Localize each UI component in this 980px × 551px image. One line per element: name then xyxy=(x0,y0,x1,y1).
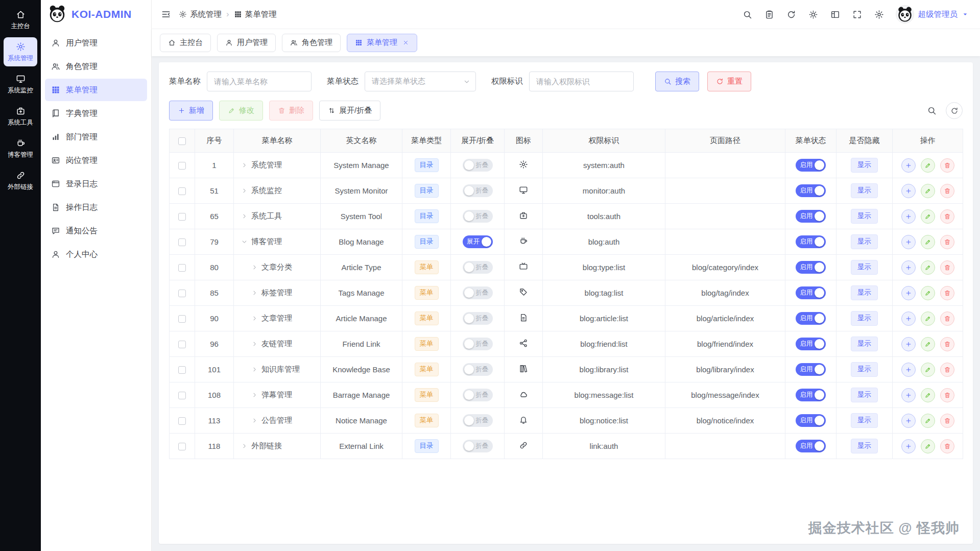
add-child-button[interactable] xyxy=(901,337,916,351)
user-menu[interactable]: 超级管理员 xyxy=(896,5,969,23)
status-toggle[interactable]: 启用 xyxy=(796,235,826,248)
sidebar-item-notices[interactable]: 通知公告 xyxy=(45,220,147,242)
sidebar-item-operation-log[interactable]: 操作日志 xyxy=(45,196,147,219)
delete-row-button[interactable] xyxy=(940,260,954,275)
status-toggle[interactable]: 启用 xyxy=(796,210,826,223)
edit-row-button[interactable] xyxy=(921,388,935,402)
visibility-button[interactable]: 显示 xyxy=(851,260,878,274)
add-child-button[interactable] xyxy=(901,312,916,326)
expand-row-control[interactable]: 系统管理 xyxy=(236,160,318,170)
expand-toggle[interactable]: 折叠 xyxy=(463,389,493,401)
delete-row-button[interactable] xyxy=(940,337,954,351)
row-checkbox[interactable] xyxy=(178,417,186,425)
edit-row-button[interactable] xyxy=(921,158,935,173)
status-toggle[interactable]: 启用 xyxy=(796,389,826,401)
edit-row-button[interactable] xyxy=(921,286,935,300)
edit-row-button[interactable] xyxy=(921,209,935,224)
expand-toggle[interactable]: 折叠 xyxy=(463,184,493,197)
layout-toggle-button[interactable] xyxy=(830,10,840,19)
delete-row-button[interactable] xyxy=(940,312,954,326)
expand-row-control[interactable]: 弹幕管理 xyxy=(236,390,318,400)
expand-collapse-button[interactable]: 展开/折叠 xyxy=(319,101,380,121)
tab-menus[interactable]: 菜单管理 xyxy=(347,34,417,52)
visibility-button[interactable]: 显示 xyxy=(851,439,878,453)
edit-button[interactable]: 修改 xyxy=(219,101,263,121)
tab-dashboard[interactable]: 主控台 xyxy=(160,34,211,52)
edit-row-button[interactable] xyxy=(921,439,935,453)
edit-row-button[interactable] xyxy=(921,260,935,275)
expand-row-control[interactable]: 文章分类 xyxy=(236,262,318,272)
edit-row-button[interactable] xyxy=(921,337,935,351)
visibility-button[interactable]: 显示 xyxy=(851,388,878,402)
sidebar-item-posts[interactable]: 岗位管理 xyxy=(45,149,147,172)
rail-item-blog[interactable]: 博客管理 xyxy=(4,134,37,163)
sidebar-item-dictionary[interactable]: 字典管理 xyxy=(45,102,147,125)
add-child-button[interactable] xyxy=(901,260,916,275)
delete-row-button[interactable] xyxy=(940,235,954,249)
visibility-button[interactable]: 显示 xyxy=(851,209,878,223)
search-button[interactable]: 搜索 xyxy=(655,71,699,91)
expand-toggle[interactable]: 折叠 xyxy=(463,414,493,427)
expand-row-control[interactable]: 外部链接 xyxy=(236,441,318,451)
row-checkbox[interactable] xyxy=(178,162,186,170)
row-checkbox[interactable] xyxy=(178,392,186,399)
expand-toggle[interactable]: 折叠 xyxy=(463,440,493,452)
status-toggle[interactable]: 启用 xyxy=(796,312,826,325)
edit-row-button[interactable] xyxy=(921,363,935,377)
rail-item-dashboard[interactable]: 主控台 xyxy=(4,5,37,34)
status-toggle[interactable]: 启用 xyxy=(796,414,826,427)
expand-toggle[interactable]: 折叠 xyxy=(463,363,493,376)
status-toggle[interactable]: 启用 xyxy=(796,363,826,376)
row-checkbox[interactable] xyxy=(178,443,186,450)
header-search-button[interactable] xyxy=(743,10,752,19)
fullscreen-toggle-button[interactable] xyxy=(852,10,862,19)
add-child-button[interactable] xyxy=(901,363,916,377)
table-search-button[interactable] xyxy=(927,106,937,115)
add-child-button[interactable] xyxy=(901,209,916,224)
select-all-checkbox[interactable] xyxy=(178,137,186,145)
expand-row-control[interactable]: 系统监控 xyxy=(236,186,318,196)
delete-row-button[interactable] xyxy=(940,388,954,402)
sidebar-item-profile[interactable]: 个人中心 xyxy=(45,243,147,266)
add-child-button[interactable] xyxy=(901,414,916,428)
visibility-button[interactable]: 显示 xyxy=(851,311,878,325)
header-refresh-button[interactable] xyxy=(786,10,796,19)
expand-row-control[interactable]: 友链管理 xyxy=(236,339,318,349)
visibility-button[interactable]: 显示 xyxy=(851,183,878,198)
visibility-button[interactable]: 显示 xyxy=(851,413,878,427)
visibility-button[interactable]: 显示 xyxy=(851,158,878,172)
rail-item-external[interactable]: 外部链接 xyxy=(4,166,37,195)
row-checkbox[interactable] xyxy=(178,341,186,348)
sidebar-item-menus[interactable]: 菜单管理 xyxy=(45,79,147,101)
menu-status-select[interactable]: 请选择菜单状态 xyxy=(365,71,476,91)
sidebar-item-roles[interactable]: 角色管理 xyxy=(45,55,147,78)
edit-row-button[interactable] xyxy=(921,312,935,326)
expand-toggle[interactable]: 折叠 xyxy=(463,312,493,325)
visibility-button[interactable]: 显示 xyxy=(851,234,878,249)
expand-toggle[interactable]: 展开 xyxy=(463,235,493,248)
delete-row-button[interactable] xyxy=(940,286,954,300)
row-checkbox[interactable] xyxy=(178,290,186,297)
edit-row-button[interactable] xyxy=(921,235,935,249)
expand-row-control[interactable]: 知识库管理 xyxy=(236,365,318,374)
tab-users[interactable]: 用户管理 xyxy=(217,34,276,52)
add-child-button[interactable] xyxy=(901,184,916,198)
rail-item-system[interactable]: 系统管理 xyxy=(4,37,37,66)
delete-row-button[interactable] xyxy=(940,363,954,377)
visibility-button[interactable]: 显示 xyxy=(851,337,878,351)
edit-row-button[interactable] xyxy=(921,414,935,428)
delete-row-button[interactable] xyxy=(940,209,954,224)
rail-item-monitor[interactable]: 系统监控 xyxy=(4,69,37,99)
theme-toggle-button[interactable] xyxy=(808,10,818,19)
status-toggle[interactable]: 启用 xyxy=(796,184,826,197)
row-checkbox[interactable] xyxy=(178,366,186,374)
status-toggle[interactable]: 启用 xyxy=(796,338,826,350)
delete-row-button[interactable] xyxy=(940,184,954,198)
delete-row-button[interactable] xyxy=(940,414,954,428)
row-checkbox[interactable] xyxy=(178,238,186,246)
visibility-button[interactable]: 显示 xyxy=(851,362,878,376)
expand-toggle[interactable]: 折叠 xyxy=(463,261,493,274)
row-checkbox[interactable] xyxy=(178,213,186,221)
breadcrumb-item-1[interactable]: 菜单管理 xyxy=(234,9,277,20)
row-checkbox[interactable] xyxy=(178,187,186,195)
